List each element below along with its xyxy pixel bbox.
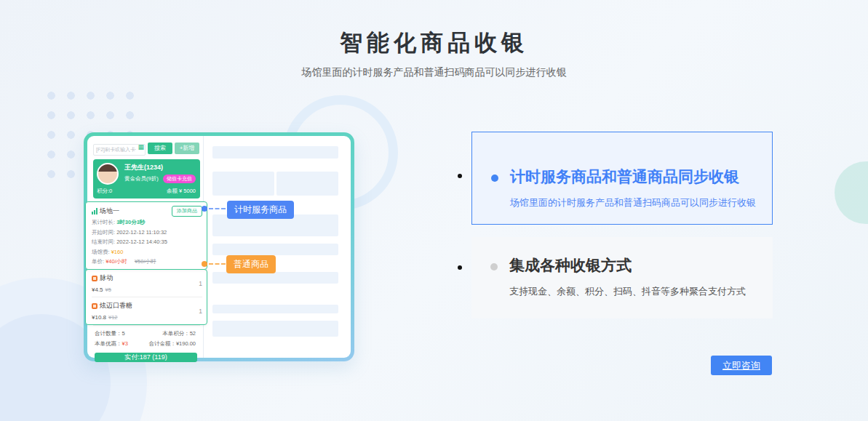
member-level-row: 黄金会员(9折) 储值卡充值 — [124, 175, 196, 183]
pos-mockup: ▦ 搜索 +新增 王先生(1234) 黄金会员(9折) 储值卡充值 — [84, 132, 354, 361]
page-title: 智能化商品收银 — [0, 28, 868, 58]
page-subtitle: 场馆里面的计时服务产品和普通扫码商品可以同步进行收银 — [0, 66, 868, 79]
member-bottom-row: 积分:0 余额 ¥ 5000 — [97, 188, 196, 195]
add-member-button[interactable]: +新增 — [175, 143, 199, 154]
row-value: 3时30分3秒 — [116, 219, 145, 225]
order-discount: 本单优惠：¥3 — [95, 340, 128, 348]
recharge-badge[interactable]: 储值卡充值 — [163, 175, 196, 183]
feature-desc: 支持现金、余额、积分、扫码、抖音等多种聚合支付方式 — [471, 285, 773, 298]
feature-dot — [491, 175, 498, 182]
product-name: 脉动 — [100, 273, 113, 283]
product-price: ¥10.8 — [92, 314, 106, 321]
product-name-row: 炫迈口香糖 — [92, 301, 195, 310]
avatar-face — [98, 164, 117, 183]
member-info: 王先生(1234) 黄金会员(9折) 储值卡充值 — [124, 163, 196, 183]
timing-start-row: 开始时间: 2022-12-12 11:10:32 — [92, 229, 202, 236]
feature-desc: 场馆里面的计时服务产品和普通扫码商品可以同步进行收银 — [472, 196, 772, 209]
total-value: ¥190.00 — [176, 340, 196, 347]
list-marker — [458, 265, 462, 270]
row-old-value: ¥50/小时 — [135, 258, 156, 265]
circle-decoration — [835, 161, 868, 224]
timing-card-header: 场地一 添加商品 — [92, 206, 202, 217]
product-icon — [92, 276, 97, 281]
timing-callout-line — [209, 208, 226, 209]
member-card: 王先生(1234) 黄金会员(9折) 储值卡充值 积分:0 余额 ¥ 5000 — [93, 159, 200, 199]
search-button[interactable]: 搜索 — [148, 143, 172, 154]
row-label: 开始时间: — [92, 229, 115, 236]
summary-row: 本单优惠：¥3 合计金额：¥190.00 — [95, 340, 196, 348]
skeleton-panel — [204, 136, 351, 358]
product-price-row: ¥10.8¥12 — [92, 314, 195, 321]
product-name-row: 脉动 — [92, 273, 195, 283]
order-summary: 合计数量：5 本单积分：52 本单优惠：¥3 合计金额：¥190.00 — [93, 325, 200, 350]
product-icon — [92, 303, 97, 309]
row-value: 2022-12-12 14:40:35 — [116, 238, 167, 245]
bar-chart-icon — [92, 208, 97, 214]
product-main: 炫迈口香糖 ¥10.8¥12 — [92, 301, 195, 321]
summary-row: 合计数量：5 本单积分：52 — [95, 330, 196, 337]
feature-dot — [490, 263, 498, 270]
product-price-row: ¥4.5¥5 — [92, 286, 195, 293]
list-item: 炫迈口香糖 ¥10.8¥12 1 — [92, 301, 202, 321]
product-qty: 1 — [195, 280, 202, 287]
ordinary-products-card: 脉动 ¥4.5¥5 1 炫迈口香糖 — [85, 269, 207, 325]
row-value: ¥160 — [111, 249, 124, 255]
row-label: 累计时长: — [92, 219, 115, 225]
product-main: 脉动 ¥4.5¥5 — [92, 273, 195, 293]
pos-window: ▦ 搜索 +新增 王先生(1234) 黄金会员(9折) 储值卡充值 — [87, 136, 351, 358]
feature-item-timing-sync[interactable]: 计时服务商品和普通商品同步收银 场馆里面的计时服务产品和普通扫码商品可以同步进行… — [471, 132, 773, 225]
timing-end-row: 结束时间: 2022-12-12 14:40:35 — [92, 238, 202, 246]
venue-fee-row: 场馆费: ¥160 — [92, 249, 202, 256]
discount-label: 本单优惠： — [95, 340, 122, 347]
member-points: 积分:0 — [97, 188, 112, 195]
discount-value: ¥3 — [122, 340, 128, 347]
normal-callout-label: 普通商品 — [226, 255, 276, 273]
consult-now-button[interactable]: 立即咨询 — [711, 356, 772, 375]
search-row: ▦ 搜索 +新增 — [93, 141, 203, 156]
skeleton-bar — [212, 272, 338, 284]
product-old-price: ¥5 — [105, 286, 111, 293]
normal-callout-dot — [202, 261, 207, 267]
skeleton-bar-pair — [212, 172, 338, 196]
member-level: 黄金会员(9折) — [124, 175, 159, 183]
page: 智能化商品收银 场馆里面的计时服务产品和普通扫码商品可以同步进行收银 ▦ 搜索 … — [0, 0, 868, 421]
unit-price-row: 单价: ¥40/小时 ¥50/小时 — [92, 258, 202, 265]
product-name: 炫迈口香糖 — [100, 301, 132, 310]
timing-service-card: 场地一 添加商品 累计时长: 3时30分3秒 开始时间: 2022-12-12 … — [85, 201, 207, 270]
skeleton-bar — [212, 305, 338, 313]
row-value: ¥40/小时 — [105, 258, 127, 265]
feature-item-payment-methods[interactable]: 集成各种收银方式 支持现金、余额、积分、扫码、抖音等多种聚合支付方式 — [471, 237, 773, 318]
order-points: 本单积分：52 — [162, 330, 196, 337]
product-qty: 1 — [195, 308, 202, 315]
list-marker — [458, 174, 462, 178]
timing-duration-row: 累计时长: 3时30分3秒 — [92, 219, 202, 226]
venue-name: 场地一 — [100, 207, 119, 216]
product-old-price: ¥12 — [108, 314, 118, 321]
member-balance: 余额 ¥ 5000 — [167, 188, 196, 195]
timing-callout-dot — [202, 206, 207, 212]
avatar — [97, 163, 119, 185]
row-label: 单价: — [92, 258, 104, 265]
feature-title: 计时服务商品和普通商品同步收银 — [472, 132, 772, 187]
skeleton-bar — [212, 244, 338, 255]
total-label: 合计金额： — [148, 340, 176, 347]
receipt-panel: ▦ 搜索 +新增 王先生(1234) 黄金会员(9折) 储值卡充值 — [87, 136, 204, 358]
skeleton-bar — [212, 321, 338, 337]
divider — [92, 297, 202, 297]
normal-callout-line — [209, 263, 226, 265]
order-total: 合计金额：¥190.00 — [148, 340, 196, 348]
total-qty: 合计数量：5 — [95, 330, 125, 337]
row-label: 场馆费: — [92, 249, 110, 255]
member-name: 王先生(1234) — [124, 163, 196, 172]
pay-button[interactable]: 实付:187 (119) — [95, 353, 197, 362]
list-item: 脉动 ¥4.5¥5 1 — [92, 273, 202, 293]
skeleton-bar — [212, 146, 338, 159]
feature-title: 集成各种收银方式 — [471, 237, 773, 276]
add-product-button[interactable]: 添加商品 — [172, 206, 202, 217]
timing-callout-label: 计时服务商品 — [227, 201, 294, 219]
row-value: 2022-12-12 11:10:32 — [116, 229, 167, 236]
card-grid-icon[interactable]: ▦ — [138, 143, 144, 151]
product-price: ¥4.5 — [92, 286, 103, 293]
row-label: 结束时间: — [92, 238, 115, 245]
search-input-box: ▦ — [93, 141, 146, 156]
